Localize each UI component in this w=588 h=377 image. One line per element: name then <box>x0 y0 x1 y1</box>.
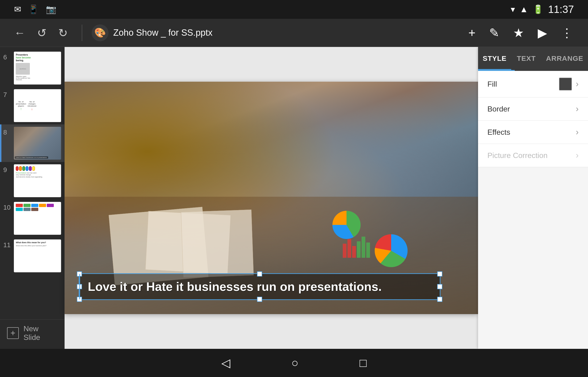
picture-correction-value: › <box>576 151 579 160</box>
slide-item-9[interactable]: 9 Presentation tool has seenvery minimal… <box>0 162 64 200</box>
pen-button[interactable]: ✎ <box>483 24 505 42</box>
star-button[interactable]: ★ <box>507 24 530 42</box>
slide-caption: Love it or Hate it businesses run on pre… <box>88 280 431 294</box>
redo-button[interactable]: ↻ <box>54 24 72 42</box>
picture-correction-label: Picture Correction <box>488 151 576 160</box>
active-indicator <box>0 124 1 162</box>
effects-chevron: › <box>576 127 579 137</box>
border-row[interactable]: Border › <box>478 97 588 121</box>
back-nav-button[interactable]: ◁ <box>214 354 237 372</box>
handle-bottom-right[interactable] <box>437 297 442 302</box>
toolbar: ← ↺ ↻ 🎨 Zoho Show _ for SS.pptx + ✎ ★ ▶ … <box>0 19 588 47</box>
wifi-icon: ▾ <box>511 4 515 14</box>
mail-icon: ✉ <box>14 4 21 14</box>
fill-chevron: › <box>576 79 579 89</box>
status-bar: ✉ 📱 📷 ▾ ▲ 🔋 11:37 <box>0 0 588 19</box>
handle-top-right[interactable] <box>437 271 442 277</box>
status-bar-left: ✉ 📱 📷 <box>14 4 56 14</box>
slide-item-11[interactable]: 11 What does this mean for you? Show doe… <box>0 237 64 275</box>
slide-number-9: 9 <box>3 164 11 174</box>
undo-button[interactable]: ↺ <box>32 24 51 42</box>
more-button[interactable]: ⋮ <box>555 24 579 42</box>
phone-icon: 📱 <box>28 4 39 14</box>
toolbar-divider <box>82 25 82 41</box>
slide-canvas: Love it or Hate it businesses run on pre… <box>65 47 478 349</box>
fill-row[interactable]: Fill › <box>478 71 588 97</box>
slide-item-7[interactable]: 7 No. ofpresentationplayers ↑ No. ofchan… <box>0 87 64 124</box>
slide-number-11: 11 <box>3 239 11 249</box>
palette-icon[interactable]: 🎨 <box>92 24 109 41</box>
slide-thumb-9: Presentation tool has seenvery minimal c… <box>14 164 61 197</box>
props-content: Fill › Border › Effects › <box>478 71 588 349</box>
slide-content[interactable]: Love it or Hate it businesses run on pre… <box>65 82 478 314</box>
handle-right-middle[interactable] <box>437 284 442 289</box>
fill-value: › <box>559 77 579 91</box>
slide-thumb-7: No. ofpresentationplayers ↑ No. ofchange… <box>14 89 61 122</box>
slide-number-7: 7 <box>3 89 11 99</box>
slide-thumb-6: Presentershave becomeboring. BORING Atte… <box>14 52 61 84</box>
picture-correction-row: Picture Correction › <box>478 144 588 167</box>
tab-style[interactable]: STYLE <box>478 47 511 70</box>
time-display: 11:37 <box>548 3 574 15</box>
signal-icon: ▲ <box>520 4 528 14</box>
new-slide-icon: + <box>7 327 19 339</box>
new-slide-label: New Slide <box>24 324 57 342</box>
document-title: Zoho Show _ for SS.pptx <box>113 28 458 38</box>
slide-number-6: 6 <box>3 52 11 61</box>
back-button[interactable]: ← <box>9 24 30 42</box>
fill-color-swatch[interactable] <box>559 77 572 91</box>
bottom-nav: ◁ ○ □ <box>0 349 588 377</box>
border-value: › <box>576 104 579 114</box>
effects-row[interactable]: Effects › <box>478 121 588 144</box>
selection-left-line <box>79 274 80 299</box>
effects-value: › <box>576 127 579 137</box>
add-button[interactable]: + <box>463 24 481 42</box>
props-tabs: STYLE TEXT ARRANGE <box>478 47 588 70</box>
slide-thumb-11: What does this mean for you? Show does t… <box>14 239 61 272</box>
slide-number-8: 8 <box>3 127 11 136</box>
play-button[interactable]: ▶ <box>532 24 553 42</box>
camera-icon: 📷 <box>46 4 56 14</box>
border-label: Border <box>488 105 576 113</box>
slide-item-8[interactable]: 8 Love it or Hate it businesses run on p… <box>0 124 64 162</box>
toolbar-actions: + ✎ ★ ▶ ⋮ <box>463 24 579 42</box>
picture-correction-chevron: › <box>576 151 579 160</box>
slide-number-10: 10 <box>3 202 11 211</box>
battery-icon: 🔋 <box>533 4 543 14</box>
tab-text[interactable]: TEXT <box>511 47 541 70</box>
fill-label: Fill <box>488 80 559 89</box>
effects-label: Effects <box>488 128 576 137</box>
status-icons-right: ▾ ▲ 🔋 11:37 <box>511 3 574 15</box>
recent-nav-button[interactable]: □ <box>353 354 374 372</box>
props-panel: STYLE TEXT ARRANGE Fill › <box>478 47 588 349</box>
slide-item-6[interactable]: 6 Presentershave becomeboring. BORING At… <box>0 49 64 87</box>
slide-panel: 6 Presentershave becomeboring. BORING At… <box>0 47 65 349</box>
slide-thumb-8: Love it or Hate it businesses run on pre… <box>14 127 61 160</box>
slide-thumb-10 <box>14 202 61 235</box>
slide-item-10[interactable]: 10 <box>0 200 64 237</box>
nav-buttons: ← ↺ ↻ <box>9 24 72 42</box>
new-slide-button[interactable]: + New Slide <box>0 319 64 346</box>
handle-top-middle[interactable] <box>257 271 262 277</box>
main-area: 6 Presentershave becomeboring. BORING At… <box>0 47 588 349</box>
tab-arrange[interactable]: ARRANGE <box>541 47 588 70</box>
handle-bottom-middle[interactable] <box>257 297 262 302</box>
border-chevron: › <box>576 104 579 114</box>
home-nav-button[interactable]: ○ <box>284 354 306 372</box>
